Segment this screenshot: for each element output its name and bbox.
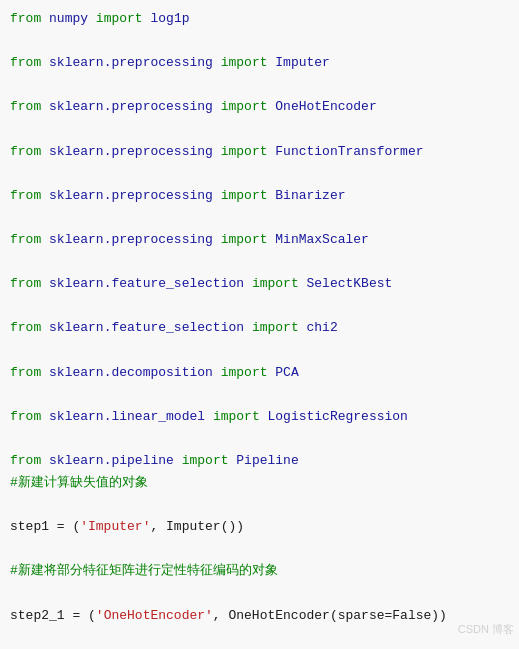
keyword-from: from: [10, 453, 41, 468]
code-line: from sklearn.preprocessing import Functi…: [10, 141, 509, 163]
code-line: from sklearn.linear_model import Logisti…: [10, 406, 509, 428]
keyword-from: from: [10, 55, 41, 70]
code-line: #新建将部分特征矩阵进行定性特征编码的对象: [10, 560, 509, 582]
class-name: log1p: [150, 11, 189, 26]
watermark: CSDN 博客: [458, 620, 514, 639]
keyword-import: import: [221, 188, 268, 203]
code-line: step2_1 = ('OneHotEncoder', OneHotEncode…: [10, 605, 509, 627]
module-name: numpy: [49, 11, 88, 26]
keyword-from: from: [10, 276, 41, 291]
module-name: sklearn.decomposition: [49, 365, 213, 380]
module-name: sklearn.feature_selection: [49, 320, 244, 335]
keyword-import: import: [221, 99, 268, 114]
keyword-import: import: [182, 453, 229, 468]
keyword-import: import: [252, 320, 299, 335]
module-name: sklearn.feature_selection: [49, 276, 244, 291]
module-name: sklearn.preprocessing: [49, 232, 213, 247]
keyword-import: import: [252, 276, 299, 291]
keyword-from: from: [10, 188, 41, 203]
keyword-from: from: [10, 320, 41, 335]
class-name: Binarizer: [275, 188, 345, 203]
code-line: from sklearn.pipeline import Pipeline: [10, 450, 509, 472]
keyword-import: import: [221, 232, 268, 247]
keyword-import: import: [221, 55, 268, 70]
code-text: step2_1 = ('OneHotEncoder', OneHotEncode…: [10, 608, 447, 623]
code-line: from sklearn.preprocessing import Binari…: [10, 185, 509, 207]
code-line: from sklearn.decomposition import PCA: [10, 362, 509, 384]
module-name: sklearn.preprocessing: [49, 144, 213, 159]
class-name: FunctionTransformer: [275, 144, 423, 159]
code-text: step1 = ('Imputer', Imputer()): [10, 519, 244, 534]
keyword-from: from: [10, 11, 41, 26]
class-name: Pipeline: [236, 453, 298, 468]
keyword-from: from: [10, 409, 41, 424]
code-comment: #新建将部分特征矩阵进行定性特征编码的对象: [10, 563, 278, 578]
class-name: MinMaxScaler: [275, 232, 369, 247]
code-comment: #新建计算缺失值的对象: [10, 475, 148, 490]
module-name: sklearn.preprocessing: [49, 188, 213, 203]
code-line: from sklearn.feature_selection import Se…: [10, 273, 509, 295]
class-name: SelectKBest: [307, 276, 393, 291]
keyword-from: from: [10, 99, 41, 114]
code-line: from sklearn.preprocessing import MinMax…: [10, 229, 509, 251]
code-editor: from numpy import log1pfrom sklearn.prep…: [0, 0, 519, 649]
keyword-import: import: [96, 11, 143, 26]
class-name: PCA: [275, 365, 298, 380]
keyword-import: import: [221, 365, 268, 380]
code-line: step1 = ('Imputer', Imputer()): [10, 516, 509, 538]
class-name: OneHotEncoder: [275, 99, 376, 114]
string-literal: 'OneHotEncoder': [96, 608, 213, 623]
module-name: sklearn.linear_model: [49, 409, 205, 424]
code-line: from sklearn.preprocessing import Impute…: [10, 52, 509, 74]
module-name: sklearn.preprocessing: [49, 55, 213, 70]
module-name: sklearn.preprocessing: [49, 99, 213, 114]
code-line: from numpy import log1p: [10, 8, 509, 30]
code-line: from sklearn.feature_selection import ch…: [10, 317, 509, 339]
string-literal: 'Imputer': [80, 519, 150, 534]
code-line: from sklearn.preprocessing import OneHot…: [10, 96, 509, 118]
module-name: sklearn.pipeline: [49, 453, 174, 468]
keyword-import: import: [221, 144, 268, 159]
class-name: chi2: [307, 320, 338, 335]
keyword-from: from: [10, 144, 41, 159]
keyword-from: from: [10, 365, 41, 380]
class-name: LogisticRegression: [268, 409, 408, 424]
keyword-import: import: [213, 409, 260, 424]
keyword-from: from: [10, 232, 41, 247]
code-line: #新建计算缺失值的对象: [10, 472, 509, 494]
class-name: Imputer: [275, 55, 330, 70]
